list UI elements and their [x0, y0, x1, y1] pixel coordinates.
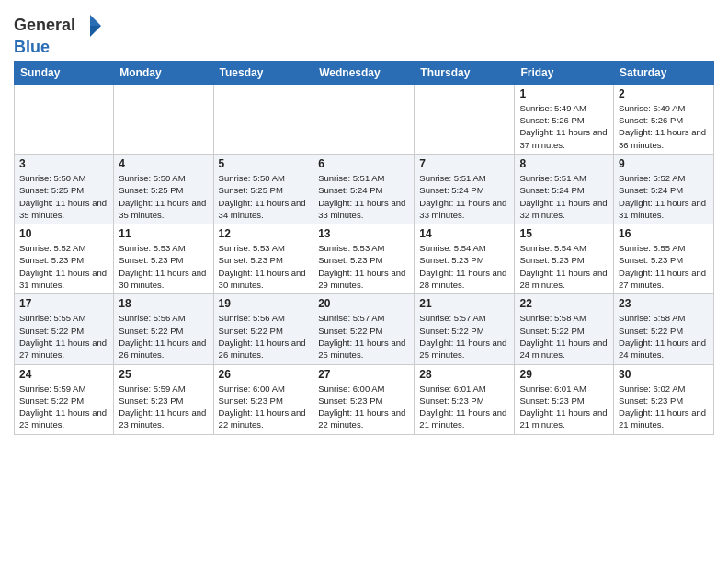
day-info: Sunrise: 5:53 AMSunset: 5:23 PMDaylight:…	[219, 242, 309, 291]
day-info: Sunrise: 5:55 AMSunset: 5:23 PMDaylight:…	[619, 242, 709, 291]
day-cell	[213, 84, 313, 154]
day-cell: 6Sunrise: 5:51 AMSunset: 5:24 PMDaylight…	[313, 154, 415, 224]
day-cell: 10Sunrise: 5:52 AMSunset: 5:23 PMDayligh…	[15, 224, 114, 294]
day-cell	[313, 84, 415, 154]
day-info: Sunrise: 5:50 AMSunset: 5:25 PMDaylight:…	[219, 172, 309, 221]
day-info: Sunrise: 5:59 AMSunset: 5:22 PMDaylight:…	[19, 383, 108, 431]
day-info: Sunrise: 5:53 AMSunset: 5:23 PMDaylight:…	[318, 242, 409, 291]
day-cell: 24Sunrise: 5:59 AMSunset: 5:22 PMDayligh…	[15, 364, 114, 434]
day-number: 12	[219, 227, 309, 240]
day-info: Sunrise: 5:57 AMSunset: 5:22 PMDaylight:…	[318, 312, 409, 361]
header-row: SundayMondayTuesdayWednesdayThursdayFrid…	[15, 61, 714, 84]
day-info: Sunrise: 5:50 AMSunset: 5:25 PMDaylight:…	[19, 172, 108, 221]
day-info: Sunrise: 5:49 AMSunset: 5:26 PMDaylight:…	[519, 102, 609, 151]
day-info: Sunrise: 6:01 AMSunset: 5:23 PMDaylight:…	[519, 383, 609, 431]
day-cell	[15, 84, 114, 154]
day-number: 6	[318, 157, 409, 170]
day-cell: 9Sunrise: 5:52 AMSunset: 5:24 PMDaylight…	[614, 154, 714, 224]
day-cell: 27Sunrise: 6:00 AMSunset: 5:23 PMDayligh…	[313, 364, 415, 434]
day-number: 20	[318, 297, 409, 310]
day-info: Sunrise: 5:51 AMSunset: 5:24 PMDaylight:…	[318, 172, 409, 221]
day-number: 9	[619, 157, 709, 170]
logo: General Blue	[14, 13, 103, 57]
weekday-header-tuesday: Tuesday	[213, 61, 313, 84]
day-cell: 13Sunrise: 5:53 AMSunset: 5:23 PMDayligh…	[313, 224, 415, 294]
weekday-header-saturday: Saturday	[614, 61, 714, 84]
day-number: 26	[219, 368, 309, 381]
day-number: 19	[219, 297, 309, 310]
day-number: 8	[519, 157, 609, 170]
week-row-4: 17Sunrise: 5:55 AMSunset: 5:22 PMDayligh…	[15, 294, 714, 364]
day-cell: 17Sunrise: 5:55 AMSunset: 5:22 PMDayligh…	[15, 294, 114, 364]
day-info: Sunrise: 6:01 AMSunset: 5:23 PMDaylight:…	[419, 383, 509, 431]
day-cell: 2Sunrise: 5:49 AMSunset: 5:26 PMDaylight…	[614, 84, 714, 154]
week-row-5: 24Sunrise: 5:59 AMSunset: 5:22 PMDayligh…	[15, 364, 714, 434]
day-cell: 16Sunrise: 5:55 AMSunset: 5:23 PMDayligh…	[614, 224, 714, 294]
day-cell	[415, 84, 515, 154]
day-number: 18	[119, 297, 208, 310]
day-number: 2	[619, 87, 709, 100]
svg-marker-0	[90, 15, 101, 26]
day-info: Sunrise: 6:02 AMSunset: 5:23 PMDaylight:…	[619, 383, 709, 431]
day-cell: 26Sunrise: 6:00 AMSunset: 5:23 PMDayligh…	[213, 364, 313, 434]
day-number: 1	[519, 87, 609, 100]
day-info: Sunrise: 5:52 AMSunset: 5:24 PMDaylight:…	[619, 172, 709, 221]
week-row-1: 1Sunrise: 5:49 AMSunset: 5:26 PMDaylight…	[15, 84, 714, 154]
logo-flag-icon	[77, 13, 103, 39]
day-info: Sunrise: 5:59 AMSunset: 5:23 PMDaylight:…	[119, 383, 208, 431]
weekday-header-wednesday: Wednesday	[313, 61, 415, 84]
day-info: Sunrise: 5:51 AMSunset: 5:24 PMDaylight:…	[419, 172, 509, 221]
day-number: 10	[19, 227, 108, 240]
page: General Blue SundayMondayTuesdayWednesda…	[0, 0, 728, 563]
day-info: Sunrise: 5:54 AMSunset: 5:23 PMDaylight:…	[419, 242, 509, 291]
day-info: Sunrise: 5:50 AMSunset: 5:25 PMDaylight:…	[119, 172, 208, 221]
day-cell: 14Sunrise: 5:54 AMSunset: 5:23 PMDayligh…	[415, 224, 515, 294]
day-cell: 15Sunrise: 5:54 AMSunset: 5:23 PMDayligh…	[515, 224, 614, 294]
day-number: 28	[419, 368, 509, 381]
day-cell: 18Sunrise: 5:56 AMSunset: 5:22 PMDayligh…	[114, 294, 213, 364]
day-cell: 3Sunrise: 5:50 AMSunset: 5:25 PMDaylight…	[15, 154, 114, 224]
day-cell: 19Sunrise: 5:56 AMSunset: 5:22 PMDayligh…	[213, 294, 313, 364]
day-cell: 28Sunrise: 6:01 AMSunset: 5:23 PMDayligh…	[415, 364, 515, 434]
day-cell: 12Sunrise: 5:53 AMSunset: 5:23 PMDayligh…	[213, 224, 313, 294]
day-number: 21	[419, 297, 509, 310]
day-cell: 1Sunrise: 5:49 AMSunset: 5:26 PMDaylight…	[515, 84, 614, 154]
day-number: 25	[119, 368, 208, 381]
day-number: 23	[619, 297, 709, 310]
day-number: 16	[619, 227, 709, 240]
svg-marker-1	[90, 26, 101, 37]
week-row-3: 10Sunrise: 5:52 AMSunset: 5:23 PMDayligh…	[15, 224, 714, 294]
day-number: 13	[318, 227, 409, 240]
day-number: 3	[19, 157, 108, 170]
day-cell: 20Sunrise: 5:57 AMSunset: 5:22 PMDayligh…	[313, 294, 415, 364]
day-number: 24	[19, 368, 108, 381]
weekday-header-monday: Monday	[114, 61, 213, 84]
day-number: 5	[219, 157, 309, 170]
day-cell: 4Sunrise: 5:50 AMSunset: 5:25 PMDaylight…	[114, 154, 213, 224]
day-number: 4	[119, 157, 208, 170]
day-number: 17	[19, 297, 108, 310]
day-cell: 30Sunrise: 6:02 AMSunset: 5:23 PMDayligh…	[614, 364, 714, 434]
day-number: 7	[419, 157, 509, 170]
day-number: 15	[519, 227, 609, 240]
day-number: 30	[619, 368, 709, 381]
day-number: 29	[519, 368, 609, 381]
calendar: SundayMondayTuesdayWednesdayThursdayFrid…	[14, 61, 714, 435]
day-info: Sunrise: 5:51 AMSunset: 5:24 PMDaylight:…	[519, 172, 609, 221]
day-info: Sunrise: 5:55 AMSunset: 5:22 PMDaylight:…	[19, 312, 108, 361]
weekday-header-sunday: Sunday	[15, 61, 114, 84]
logo-general: General	[14, 17, 75, 35]
day-cell: 23Sunrise: 5:58 AMSunset: 5:22 PMDayligh…	[614, 294, 714, 364]
day-info: Sunrise: 5:49 AMSunset: 5:26 PMDaylight:…	[619, 102, 709, 151]
day-info: Sunrise: 6:00 AMSunset: 5:23 PMDaylight:…	[318, 383, 409, 431]
day-cell: 11Sunrise: 5:53 AMSunset: 5:23 PMDayligh…	[114, 224, 213, 294]
day-number: 11	[119, 227, 208, 240]
week-row-2: 3Sunrise: 5:50 AMSunset: 5:25 PMDaylight…	[15, 154, 714, 224]
day-cell: 5Sunrise: 5:50 AMSunset: 5:25 PMDaylight…	[213, 154, 313, 224]
day-cell: 7Sunrise: 5:51 AMSunset: 5:24 PMDaylight…	[415, 154, 515, 224]
day-number: 22	[519, 297, 609, 310]
day-cell: 21Sunrise: 5:57 AMSunset: 5:22 PMDayligh…	[415, 294, 515, 364]
day-info: Sunrise: 6:00 AMSunset: 5:23 PMDaylight:…	[219, 383, 309, 431]
day-cell	[114, 84, 213, 154]
day-info: Sunrise: 5:52 AMSunset: 5:23 PMDaylight:…	[19, 242, 108, 291]
